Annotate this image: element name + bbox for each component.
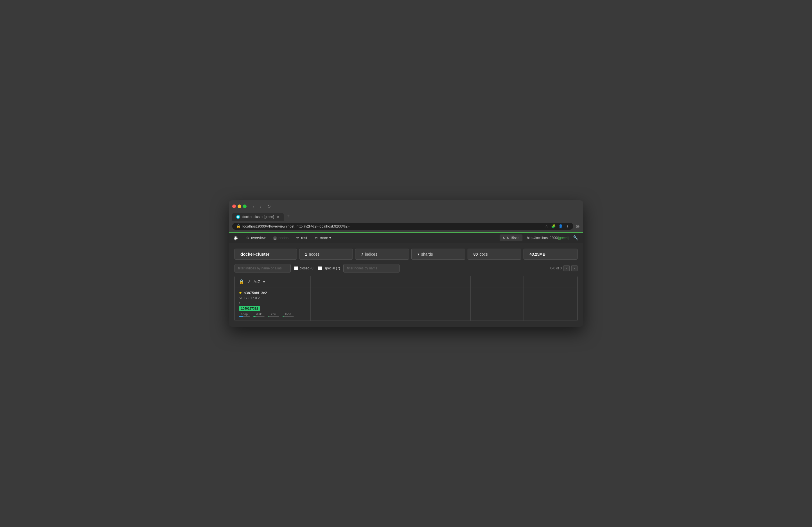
- docs-count: 80: [474, 252, 478, 256]
- toolbar-icons: 🔒 ⤢ A↕Z ▾: [239, 279, 265, 284]
- col-header-3: [417, 276, 471, 287]
- settings-icon[interactable]: 🔧: [573, 235, 579, 240]
- address-bar[interactable]: 🔒 localhost:9000/#!/overview?host=http:%…: [232, 223, 573, 230]
- active-tab[interactable]: ◉ docker-cluster[green] ✕: [232, 213, 284, 221]
- indices-filter-input[interactable]: [234, 264, 291, 272]
- col-header-5: [524, 276, 577, 287]
- stats-row: docker-cluster 1 nodes 7 indices 7 shard…: [234, 249, 578, 259]
- load-label: load: [285, 312, 291, 316]
- node-id-badge: 1040187392: [239, 306, 260, 311]
- nav-item-more[interactable]: ✂ more ▾: [311, 233, 335, 243]
- special-checkbox[interactable]: [318, 266, 322, 270]
- nodes-filter-input[interactable]: [343, 264, 400, 272]
- node-ip-row: 🖫 172.17.0.2: [239, 296, 306, 300]
- shards-stat-box: 7 shards: [411, 249, 465, 259]
- tab-bar: ◉ docker-cluster[green] ✕ +: [232, 212, 580, 221]
- menu-icon[interactable]: ⋮: [566, 224, 569, 228]
- nodes-label: nodes: [309, 252, 319, 256]
- grid-body: ★ a3b75abf13c2 🖫 172.17.0.2 🏷 1040187392…: [235, 287, 577, 321]
- nav-more-label: more ▾: [320, 236, 331, 240]
- refresh-label: ↻ 15sec: [507, 236, 519, 240]
- empty-cell-5: [524, 287, 577, 321]
- disk-label: disk: [256, 312, 262, 316]
- special-checkbox-label[interactable]: .special (7): [318, 266, 340, 270]
- cpu-metric: cpu: [268, 312, 279, 317]
- lock-toggle-icon[interactable]: 🔒: [239, 279, 244, 284]
- toolbar-cell: 🔒 ⤢ A↕Z ▾: [235, 276, 311, 287]
- browser-window: ‹ › ↻ ◉ docker-cluster[green] ✕ + 🔒 loca…: [229, 200, 583, 327]
- tab-favicon: ◉: [236, 215, 240, 219]
- main-content: docker-cluster 1 nodes 7 indices 7 shard…: [229, 243, 583, 327]
- load-bar: [282, 316, 294, 317]
- dropdown-icon[interactable]: ▾: [263, 279, 265, 284]
- tag-icon: 🏷: [239, 301, 242, 305]
- empty-cell-2: [364, 287, 418, 321]
- traffic-lights: [232, 205, 247, 208]
- closed-checkbox-label[interactable]: closed (0): [294, 266, 315, 270]
- nav-forward-button[interactable]: ›: [258, 204, 263, 210]
- cpu-bar-fill: [268, 316, 269, 317]
- bookmark-icon[interactable]: ☆: [545, 224, 548, 228]
- nav-item-nodes[interactable]: ▤ nodes: [269, 233, 292, 243]
- docs-stat-box: 80 docs: [467, 249, 522, 259]
- next-page-button[interactable]: ›: [571, 265, 578, 271]
- heap-label: heap: [241, 312, 248, 316]
- cluster-name-box: docker-cluster: [234, 249, 297, 259]
- browser-controls: ‹ › ↻: [232, 203, 580, 210]
- nodes-stat-box: 1 nodes: [299, 249, 353, 259]
- empty-cell-3: [417, 287, 471, 321]
- filter-row: closed (0) .special (7) 0-0 of 0 ‹ ›: [234, 264, 578, 272]
- closed-checkbox[interactable]: [294, 266, 298, 270]
- heap-bar-fill: [239, 316, 243, 317]
- disk-icon: 🖫: [239, 296, 242, 300]
- refresh-button[interactable]: ↻ ↻ 15sec: [499, 235, 522, 241]
- avatar-icon[interactable]: 👤: [559, 224, 563, 228]
- browser-chrome: ‹ › ↻ ◉ docker-cluster[green] ✕ +: [229, 200, 583, 221]
- refresh-icon: ↻: [503, 236, 506, 240]
- grid-container: 🔒 ⤢ A↕Z ▾ ★ a3b75abf13c2: [234, 276, 578, 321]
- app-logo: ◉: [233, 235, 238, 241]
- sort-az-icon[interactable]: A↕Z: [253, 280, 260, 284]
- disk-bar-fill: [253, 316, 256, 317]
- close-window-button[interactable]: [232, 205, 236, 208]
- tab-title: docker-cluster[green]: [242, 215, 274, 219]
- size-stat-box: 43.25MB: [523, 249, 578, 259]
- nav-rest-label: rest: [301, 236, 307, 240]
- nodes-icon: ▤: [273, 236, 277, 240]
- extension-icon[interactable]: 🧩: [551, 224, 555, 228]
- extension-button[interactable]: ⊕: [576, 223, 580, 229]
- nav-back-button[interactable]: ‹: [251, 204, 256, 210]
- nav-nodes-label: nodes: [278, 236, 288, 240]
- col-header-1: [311, 276, 364, 287]
- node-metrics: heap disk cpu: [239, 312, 306, 317]
- new-tab-button[interactable]: +: [284, 212, 292, 221]
- minimize-window-button[interactable]: [237, 205, 241, 208]
- empty-cell-4: [471, 287, 524, 321]
- load-metric: load: [282, 312, 294, 317]
- special-label: .special (7): [324, 266, 340, 270]
- indices-stat-box: 7 indices: [355, 249, 409, 259]
- disk-metric: disk: [253, 312, 264, 317]
- nav-item-overview[interactable]: ⊕ overview: [242, 233, 269, 243]
- heap-bar: [239, 316, 250, 317]
- cluster-name: docker-cluster: [241, 252, 269, 256]
- nav-item-rest[interactable]: ✏ rest: [292, 233, 311, 243]
- nav-refresh-button[interactable]: ↻: [265, 203, 273, 210]
- nav-right: ↻ ↻ 15sec http://localhost:9200/[green] …: [499, 235, 579, 241]
- lock-icon: 🔒: [236, 224, 241, 228]
- col-header-2: [364, 276, 418, 287]
- prev-page-button[interactable]: ‹: [563, 265, 570, 271]
- maximize-window-button[interactable]: [243, 205, 247, 208]
- docs-label: docs: [479, 252, 488, 256]
- expand-icon[interactable]: ⤢: [247, 279, 251, 284]
- node-name-row: ★ a3b75abf13c2: [239, 291, 306, 295]
- app-nav: ◉ ⊕ overview ▤ nodes ✏ rest ✂ more ▾ ↻ ↻…: [229, 233, 583, 243]
- heap-metric: heap: [239, 312, 250, 317]
- indices-count: 7: [361, 252, 363, 256]
- tab-close-button[interactable]: ✕: [276, 215, 280, 219]
- load-bar-fill: [282, 316, 284, 317]
- node-ip: 172.17.0.2: [244, 296, 260, 300]
- master-node-star-icon: ★: [239, 291, 242, 295]
- nav-overview-label: overview: [251, 236, 265, 240]
- url-text: localhost:9000/#!/overview?host=http:%2F…: [242, 224, 350, 228]
